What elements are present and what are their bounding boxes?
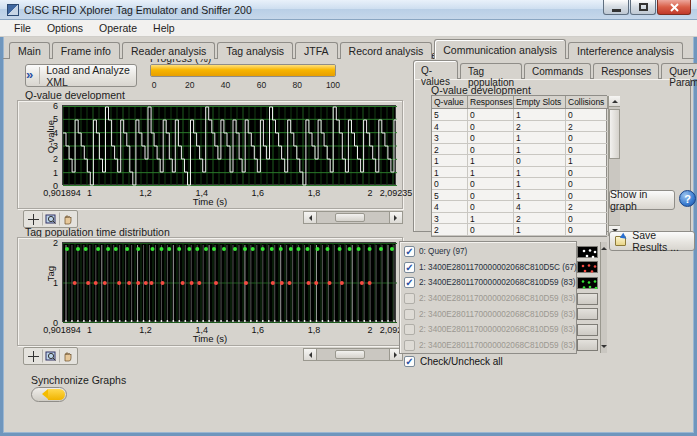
pan-hand-icon[interactable] [59, 349, 76, 363]
menu-options[interactable]: Options [39, 20, 91, 36]
title-bar[interactable]: CISC RFID Xplorer Tag Emulator and Sniff… [0, 0, 697, 20]
table-cell: 1 [514, 190, 566, 201]
show-in-graph-button[interactable]: Show in graph [609, 190, 675, 210]
scroll-up-button[interactable] [609, 96, 620, 107]
param-tab-responses[interactable]: Responses [593, 63, 659, 79]
scroll-down-button[interactable] [601, 345, 607, 351]
tag-list-item[interactable]: 2: 3400E2801170000002068C810D59 (83) [404, 306, 600, 322]
scroll-right-button[interactable] [389, 212, 402, 223]
table-row[interactable]: 4042 [432, 201, 608, 213]
parameter-tab-strip: Q-valuesTag populationCommandsResponsesQ… [413, 60, 697, 79]
tag-checkbox[interactable]: ✓ [404, 246, 415, 257]
scroll-thumb[interactable] [335, 350, 365, 359]
tag-checkbox[interactable]: ✓ [404, 277, 415, 288]
tab-record-analysis[interactable]: Record analysis [340, 42, 433, 59]
load-button-label: Load and Analyze XML [46, 64, 136, 88]
scroll-thumb[interactable] [335, 213, 365, 222]
x-tick-label: 0,901894 [43, 188, 81, 198]
scroll-up-button[interactable] [601, 244, 607, 250]
q-chart-plot-area [62, 105, 396, 185]
tag-checkbox[interactable] [404, 340, 415, 351]
cursor-crosshair-icon[interactable] [25, 212, 42, 226]
param-tab-query-parameters[interactable]: Query Parameters [661, 63, 697, 79]
tag-list-item[interactable]: ✓1: 3400E2801170000002068C810D5C (67) [404, 260, 600, 276]
tag-population-chart: Tag Time (s) 2100,90189411,21,41,61,822,… [17, 237, 403, 346]
synchronize-graphs-toggle[interactable] [31, 387, 67, 402]
plot-swatch-red-dots [577, 261, 598, 273]
param-tab-tag-population[interactable]: Tag population [460, 63, 522, 79]
tag-list-item[interactable]: ✓2: 3400E2801170000002068C810D59 (83) [404, 275, 600, 291]
save-results-button[interactable]: Save Results ... [609, 231, 695, 251]
close-button[interactable] [657, 0, 691, 15]
param-tab-commands[interactable]: Commands [524, 63, 591, 79]
tab-main[interactable]: Main [9, 42, 50, 59]
minimize-button[interactable] [603, 0, 629, 15]
tag-list-item[interactable]: 2: 3400E2801170000002068C810D59 (83) [404, 338, 600, 354]
tab-communication-analysis[interactable]: Communication analysis [434, 39, 566, 59]
tag-chart-ylabel: Tag [45, 244, 56, 304]
check-all-checkbox[interactable]: ✓ [404, 356, 415, 367]
tag-checkbox[interactable]: ✓ [404, 262, 415, 273]
menu-operate[interactable]: Operate [91, 20, 145, 36]
tag-label: 2: 3400E2801170000002068C810D59 (83) [419, 341, 577, 350]
progress-tick: 20 [181, 80, 199, 90]
table-cell: 1 [514, 178, 566, 189]
tab-interference-analysis[interactable]: Interference analysis [568, 42, 683, 59]
tab-frame-info[interactable]: Frame info [52, 42, 120, 59]
main-tab-strip: MainFrame infoReader analysisTag analysi… [3, 39, 694, 59]
table-cell: 0 [514, 155, 566, 166]
table-row[interactable]: 4022 [432, 121, 608, 133]
zoom-icon[interactable] [42, 212, 59, 226]
param-tab-q-values[interactable]: Q-values [413, 60, 458, 79]
table-cell: 0 [468, 224, 514, 235]
tag-checkbox[interactable] [404, 324, 415, 335]
table-row[interactable]: 1101 [432, 155, 608, 167]
tag-list-item[interactable]: 2: 3400E2801170000002068C810D59 (83) [404, 291, 600, 307]
help-icon[interactable]: ? [679, 190, 696, 207]
load-analyze-xml-button[interactable]: » Load and Analyze XML [25, 64, 137, 87]
tag-chart-graph-palette [23, 347, 78, 365]
table-row[interactable]: 5010 [432, 190, 608, 202]
zoom-icon[interactable] [42, 349, 59, 363]
tag-list-item[interactable]: 2: 3400E2801170000002068C810D59 (83) [404, 322, 600, 338]
table-row[interactable]: 3010 [432, 132, 608, 144]
cursor-crosshair-icon[interactable] [25, 349, 42, 363]
table-cell: 0 [468, 132, 514, 143]
maximize-button[interactable] [630, 0, 656, 15]
table-row[interactable]: 2010 [432, 144, 608, 156]
plot-swatch-none [577, 324, 598, 336]
table-row[interactable]: 2010 [432, 224, 608, 236]
table-cell: 0 [468, 144, 514, 155]
menu-file[interactable]: File [6, 20, 39, 36]
window-title: CISC RFID Xplorer Tag Emulator and Sniff… [24, 4, 252, 16]
pan-hand-icon[interactable] [59, 212, 76, 226]
table-cell: 2 [514, 213, 566, 224]
menu-help[interactable]: Help [145, 20, 183, 36]
tag-checkbox[interactable] [404, 309, 415, 320]
col-header: Responses [468, 96, 514, 108]
tab-jtfa[interactable]: JTFA [295, 42, 338, 59]
tag-list-item[interactable]: ✓0: Query (97) [404, 244, 600, 260]
table-cell: 1 [468, 213, 514, 224]
x-tick-label: 2,09235 [380, 188, 413, 198]
scroll-thumb[interactable] [609, 109, 620, 159]
tab-reader-analysis[interactable]: Reader analysis [122, 42, 215, 59]
tag-chart-plot-area [62, 242, 396, 322]
tag-checkbox[interactable] [404, 293, 415, 304]
table-cell: 0 [468, 201, 514, 212]
scroll-left-button[interactable] [304, 349, 317, 360]
table-cell: 0 [566, 144, 608, 155]
list-vscrollbar [600, 242, 607, 353]
table-row[interactable]: 3120 [432, 213, 608, 225]
table-row[interactable]: 1110 [432, 167, 608, 179]
scroll-left-button[interactable] [304, 212, 317, 223]
double-chevron-icon: » [26, 67, 40, 84]
tag-label: 2: 3400E2801170000002068C810D59 (83) [419, 325, 577, 334]
check-uncheck-all[interactable]: ✓ Check/Uncheck all [404, 356, 503, 367]
tag-label: 2: 3400E2801170000002068C810D59 (83) [419, 294, 577, 303]
tab-tag-analysis[interactable]: Tag analysis [217, 42, 293, 59]
table-header-row: Q-valueResponsesEmpty SlotsCollisions [432, 96, 608, 109]
table-row[interactable]: 5010 [432, 109, 608, 121]
table-row[interactable]: 0010 [432, 178, 608, 190]
col-header: Collisions [566, 96, 608, 108]
